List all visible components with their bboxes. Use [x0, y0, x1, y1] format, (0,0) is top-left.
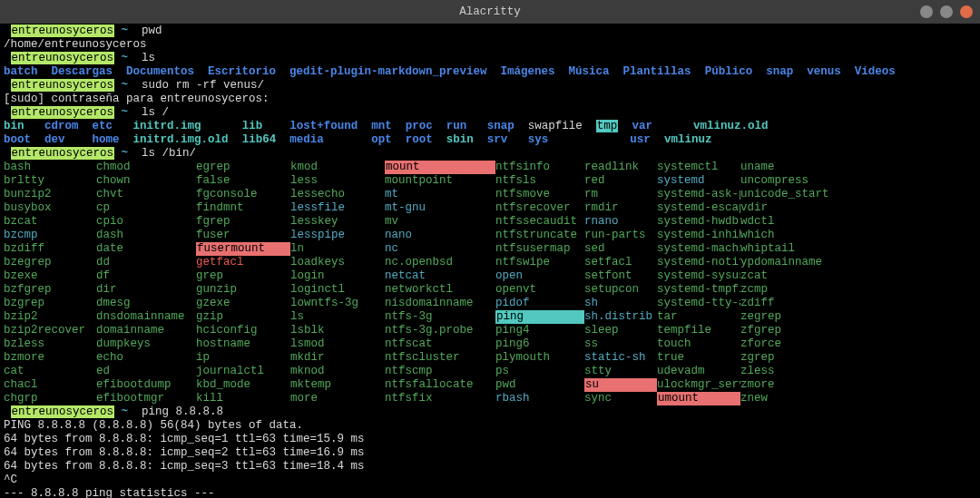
bin-item: dnsdomainname — [96, 310, 196, 324]
bin-item: cpio — [96, 215, 196, 229]
ping-l3: 64 bytes from 8.8.8.8: icmp_seq=2 ttl=63… — [4, 446, 976, 460]
bin-item: nc — [385, 242, 495, 256]
bin-item: unicode_start — [740, 188, 947, 201]
bin-item: sed — [584, 242, 657, 256]
maximize-icon[interactable] — [940, 5, 953, 18]
ping-l1: PING 8.8.8.8 (8.8.8.8) 56(84) bytes of d… — [4, 419, 976, 433]
bin-item: tempfile — [657, 324, 740, 337]
bin-item: efibootdump — [96, 378, 196, 392]
bin-item: ntfscluster — [385, 351, 495, 365]
cmd-sudo: sudo rm -rf venus/ — [142, 79, 264, 92]
bin-item: netcat — [385, 269, 495, 283]
bin-item: uname — [740, 161, 947, 174]
bin-item: systemd-machine-id-setup — [657, 242, 740, 256]
bin-item: udevadm — [657, 365, 740, 378]
bin-item: ypdomainname — [740, 256, 947, 269]
bin-item: systemd — [657, 174, 740, 188]
bin-item: systemd-sysusers — [657, 269, 740, 283]
bin-item: nisdomainname — [385, 297, 495, 310]
prompt-dir: ~ — [122, 24, 129, 37]
bin-item: bzip2recover — [4, 324, 96, 337]
bin-item: touch — [657, 337, 740, 351]
bin-item: mountpoint — [385, 174, 495, 188]
bin-item: ntfscat — [385, 337, 495, 351]
bin-item: echo — [96, 351, 196, 365]
bin-item: pwd — [495, 378, 584, 392]
root-row1: bin cdrom etc initrd.img lib lost+found … — [4, 120, 976, 133]
bin-item: chacl — [4, 378, 96, 392]
bin-item: ntfsmove — [495, 188, 584, 201]
bin-item: kill — [196, 392, 290, 405]
bin-item: chvt — [96, 188, 196, 201]
bin-item: ntfsfix — [385, 392, 495, 405]
bin-item: cat — [4, 365, 96, 378]
bin-item: sleep — [584, 324, 657, 337]
bin-item: openvt — [495, 283, 584, 297]
prompt-user: entreunosyceros — [11, 24, 115, 37]
bin-item: lessecho — [290, 188, 385, 201]
bin-item: uncompress — [740, 174, 947, 188]
bin-item: sync — [584, 392, 657, 405]
bin-item: mktemp — [290, 378, 385, 392]
bin-item: dumpkeys — [96, 337, 196, 351]
bin-item: domainname — [96, 324, 196, 337]
bin-item: mt — [385, 188, 495, 201]
bin-item: zcat — [740, 269, 947, 283]
bin-item: hciconfig — [196, 324, 290, 337]
bin-item: chgrp — [4, 392, 96, 405]
bin-item: bzcmp — [4, 229, 96, 242]
bin-item: which — [740, 229, 947, 242]
bin-item: ed — [96, 365, 196, 378]
bin-item: false — [196, 174, 290, 188]
bin-item: mkdir — [290, 351, 385, 365]
bin-item: systemd-inhibit — [657, 229, 740, 242]
bin-item: plymouth — [495, 351, 584, 365]
bin-item: cp — [96, 201, 196, 215]
bin-item: lesskey — [290, 215, 385, 229]
bin-item: systemd-escape — [657, 201, 740, 215]
bin-item: whiptail — [740, 242, 947, 256]
bin-item: systemd-notify — [657, 256, 740, 269]
bin-item: static-sh — [584, 351, 657, 365]
bin-item: kbd_mode — [196, 378, 290, 392]
bin-item: umount — [657, 392, 740, 405]
bin-item: ntfsinfo — [495, 161, 584, 174]
bin-item: setfont — [584, 269, 657, 283]
bin-item: zdiff — [740, 297, 947, 310]
bin-item: systemd-hwdb — [657, 215, 740, 229]
bin-item: mount — [385, 161, 495, 174]
bin-item: red — [584, 174, 657, 188]
bin-item: gunzip — [196, 283, 290, 297]
bin-item: busybox — [4, 201, 96, 215]
bin-item: bzcat — [4, 215, 96, 229]
bin-item: bzless — [4, 337, 96, 351]
bin-item: fuser — [196, 229, 290, 242]
cmd-ping: ping 8.8.8.8 — [142, 405, 223, 418]
bin-item: wdctl — [740, 215, 947, 229]
bin-item: zgrep — [740, 351, 947, 365]
bin-item: brltty — [4, 174, 96, 188]
bin-item: findmnt — [196, 201, 290, 215]
close-icon[interactable] — [960, 5, 973, 18]
terminal-output[interactable]: entreunosyceros ~ pwd /home/entreunosyce… — [0, 24, 980, 498]
bin-item: ss — [584, 337, 657, 351]
bin-item: systemd-tmpfiles — [657, 283, 740, 297]
bin-item: ping4 — [495, 324, 584, 337]
bin-item: sh.distrib — [584, 310, 657, 324]
ping-l2: 64 bytes from 8.8.8.8: icmp_seq=1 ttl=63… — [4, 433, 976, 446]
bin-item: loadkeys — [290, 256, 385, 269]
bin-item: zfgrep — [740, 324, 947, 337]
bin-item: getfacl — [196, 256, 290, 269]
bin-item: bzexe — [4, 269, 96, 283]
bin-item: lesspipe — [290, 229, 385, 242]
bin-item: dash — [96, 229, 196, 242]
bin-item: bzgrep — [4, 297, 96, 310]
cmd-ls-bin: ls /bin/ — [142, 147, 196, 160]
bin-item: dir — [96, 283, 196, 297]
bin-item: sh — [584, 297, 657, 310]
bin-item: lsmod — [290, 337, 385, 351]
bin-item: zegrep — [740, 310, 947, 324]
bin-item: systemctl — [657, 161, 740, 174]
bin-item: dd — [96, 256, 196, 269]
minimize-icon[interactable] — [920, 5, 933, 18]
